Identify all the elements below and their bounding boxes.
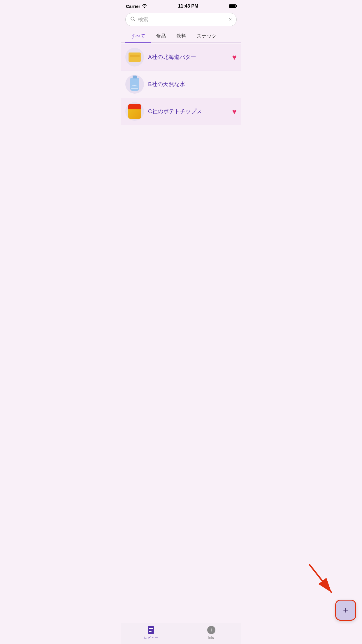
favorite-icon-empty[interactable]: ♥ xyxy=(232,80,237,89)
product-name: C社のポテトチップス xyxy=(148,108,232,115)
status-left: Carrier xyxy=(126,4,147,9)
product-icon-butter xyxy=(125,48,144,66)
status-bar: Carrier 11:43 PM xyxy=(121,0,241,10)
battery-indicator xyxy=(229,4,236,9)
search-clear-button[interactable]: × xyxy=(229,17,232,22)
carrier-label: Carrier xyxy=(126,4,140,9)
list-item[interactable]: A社の北海道バター ♥ xyxy=(121,44,241,71)
product-list: A社の北海道バター ♥ water B社の天然な水 ♥ C社のポテトチップス ♥ xyxy=(121,44,241,125)
product-name: A社の北海道バター xyxy=(148,53,232,61)
search-icon xyxy=(130,16,136,23)
search-placeholder[interactable]: 検索 xyxy=(138,16,227,23)
product-icon-chips xyxy=(125,102,144,121)
product-name: B社の天然な水 xyxy=(148,80,232,88)
search-container: 検索 × xyxy=(121,10,241,30)
favorite-icon[interactable]: ♥ xyxy=(232,53,237,62)
favorite-icon[interactable]: ♥ xyxy=(232,107,237,116)
tab-snack[interactable]: スナック xyxy=(191,30,222,42)
list-item[interactable]: C社のポテトチップス ♥ xyxy=(121,98,241,125)
tab-drink[interactable]: 飲料 xyxy=(171,30,191,42)
tab-food[interactable]: 食品 xyxy=(151,30,171,42)
wifi-icon xyxy=(142,4,147,9)
search-bar[interactable]: 検索 × xyxy=(125,13,237,26)
svg-line-1 xyxy=(134,20,135,21)
list-item[interactable]: water B社の天然な水 ♥ xyxy=(121,71,241,98)
tab-all[interactable]: すべて xyxy=(125,30,151,42)
category-tabs: すべて 食品 飲料 スナック xyxy=(121,30,241,43)
product-icon-water: water xyxy=(125,75,144,94)
status-time: 11:43 PM xyxy=(178,4,198,9)
